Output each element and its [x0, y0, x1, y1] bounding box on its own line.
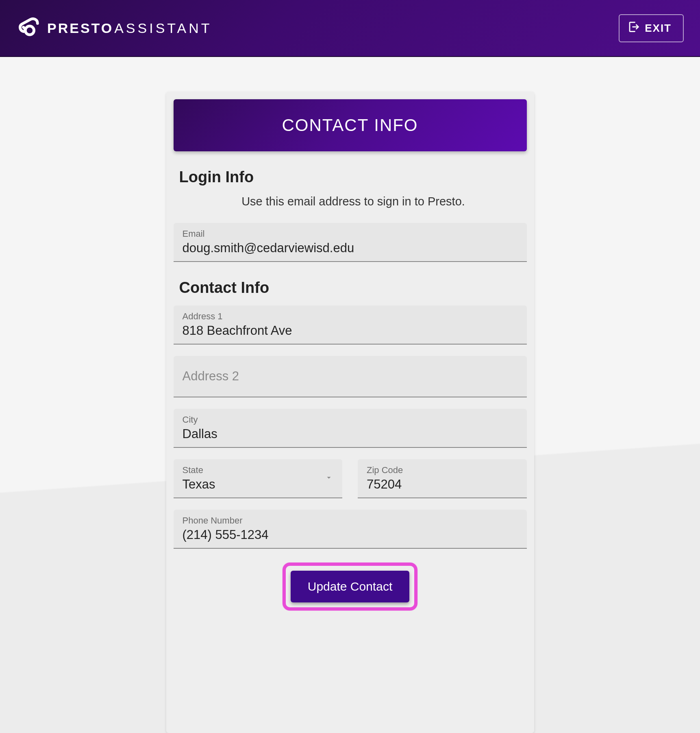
- submit-area: Update Contact: [174, 560, 527, 615]
- phone-field-wrap[interactable]: Phone Number: [174, 510, 527, 549]
- address2-field[interactable]: [183, 369, 518, 384]
- city-field-wrap[interactable]: City: [174, 409, 527, 448]
- brand-text-bold: PRESTO: [47, 20, 113, 36]
- contact-card: CONTACT INFO Login Info Use this email a…: [166, 92, 534, 733]
- login-helper-text: Use this email address to sign in to Pre…: [180, 195, 527, 208]
- state-field-wrap[interactable]: State: [174, 459, 343, 498]
- svg-point-0: [25, 26, 34, 35]
- address1-field-wrap[interactable]: Address 1: [174, 305, 527, 345]
- presto-logo-icon: [16, 15, 41, 41]
- card-title: CONTACT INFO: [174, 99, 527, 151]
- brand-text: PRESTO ASSISTANT: [47, 20, 212, 36]
- city-field[interactable]: [183, 427, 518, 441]
- phone-label: Phone Number: [183, 515, 518, 526]
- state-select[interactable]: [183, 477, 334, 492]
- address2-field-wrap[interactable]: [174, 356, 527, 397]
- zip-field-wrap[interactable]: Zip Code: [358, 459, 527, 498]
- city-label: City: [183, 414, 518, 425]
- contact-info-heading: Contact Info: [179, 279, 527, 297]
- state-label: State: [183, 465, 334, 476]
- zip-field[interactable]: [367, 477, 518, 492]
- email-field-wrap[interactable]: Email: [174, 223, 527, 262]
- page-body: CONTACT INFO Login Info Use this email a…: [0, 57, 700, 733]
- app-header: PRESTO ASSISTANT EXIT: [0, 0, 700, 57]
- zip-label: Zip Code: [367, 465, 518, 476]
- update-contact-button[interactable]: Update Contact: [291, 571, 409, 602]
- email-label: Email: [183, 229, 518, 239]
- phone-field[interactable]: [183, 528, 518, 542]
- highlight-ring: Update Contact: [283, 563, 417, 611]
- login-info-heading: Login Info: [179, 168, 527, 186]
- brand-logo: PRESTO ASSISTANT: [16, 15, 212, 41]
- address1-label: Address 1: [183, 311, 518, 322]
- exit-button[interactable]: EXIT: [619, 14, 684, 42]
- email-field[interactable]: [183, 241, 518, 255]
- exit-icon: [628, 21, 640, 36]
- exit-label: EXIT: [645, 22, 672, 35]
- address1-field[interactable]: [183, 323, 518, 338]
- brand-text-light: ASSISTANT: [114, 20, 212, 36]
